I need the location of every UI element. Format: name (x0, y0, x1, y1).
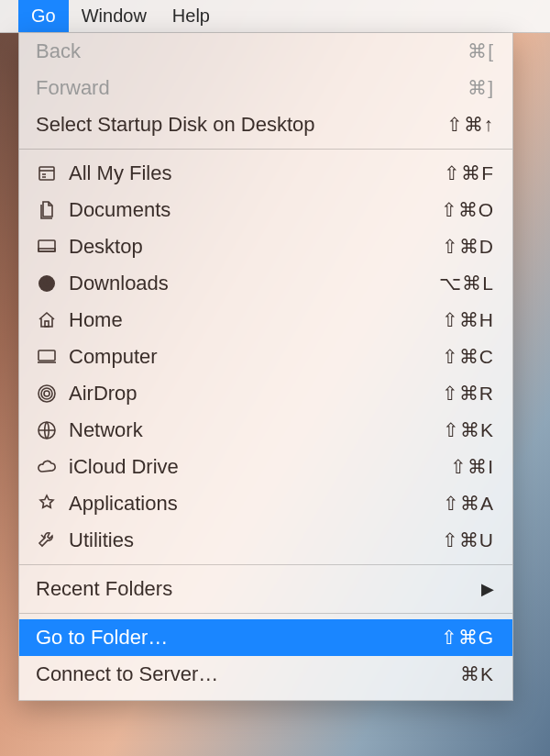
label: Computer (69, 345, 412, 369)
computer-icon (36, 346, 69, 368)
shortcut: ⇧⌘G (412, 627, 494, 649)
label: iCloud Drive (69, 455, 412, 479)
applications-icon (36, 493, 69, 515)
shortcut: ⇧⌘H (412, 309, 494, 331)
menu-item-icloud-drive[interactable]: iCloud Drive ⇧⌘I (19, 449, 512, 485)
shortcut: ⌘] (412, 77, 494, 99)
menu-item-downloads[interactable]: Downloads ⌥⌘L (19, 265, 512, 302)
desktop-icon (36, 236, 69, 258)
shortcut: ⇧⌘R (412, 383, 494, 405)
all-my-files-icon (36, 162, 69, 184)
label: AirDrop (69, 382, 412, 406)
menu-item-all-my-files[interactable]: All My Files ⇧⌘F (19, 155, 512, 192)
menu-item-documents[interactable]: Documents ⇧⌘O (19, 192, 512, 228)
label: All My Files (69, 161, 412, 185)
label: Desktop (69, 235, 412, 259)
icloud-icon (36, 456, 69, 478)
label: Applications (69, 492, 412, 516)
menu-item-connect-to-server[interactable]: Connect to Server… ⌘K (19, 656, 512, 693)
menu-item-network[interactable]: Network ⇧⌘K (19, 412, 512, 449)
network-icon (36, 419, 69, 441)
svg-rect-2 (38, 249, 55, 251)
home-icon (36, 309, 69, 331)
menu-item-select-startup-disk[interactable]: Select Startup Disk on Desktop ⇧⌘↑ (19, 106, 512, 143)
menu-item-desktop[interactable]: Desktop ⇧⌘D (19, 228, 512, 265)
label: Go to Folder… (36, 626, 412, 650)
svg-point-7 (41, 388, 52, 399)
menu-window[interactable]: Window (69, 0, 160, 32)
shortcut: ⇧⌘D (412, 236, 494, 258)
shortcut: ⇧⌘U (412, 529, 494, 551)
shortcut: ⇧⌘C (412, 346, 494, 368)
menu-item-airdrop[interactable]: AirDrop ⇧⌘R (19, 375, 512, 412)
shortcut: ⇧⌘A (412, 493, 494, 515)
menu-item-utilities[interactable]: Utilities ⇧⌘U (19, 522, 512, 559)
go-menu-dropdown: Back ⌘[ Forward ⌘] Select Startup Disk o… (18, 33, 513, 701)
menu-item-applications[interactable]: Applications ⇧⌘A (19, 485, 512, 522)
label: Downloads (69, 272, 412, 295)
label: Forward (36, 76, 412, 100)
label: Connect to Server… (36, 662, 412, 686)
svg-point-6 (44, 391, 50, 396)
separator (19, 613, 512, 614)
svg-rect-5 (38, 350, 55, 361)
menu-item-forward: Forward ⌘] (19, 70, 512, 106)
shortcut: ⌘K (412, 663, 494, 685)
label: Recent Folders (36, 577, 481, 601)
label: Documents (69, 198, 412, 222)
documents-icon (36, 199, 69, 221)
shortcut: ⇧⌘↑ (412, 114, 494, 136)
menubar: Go Window Help (0, 0, 550, 33)
label: Select Startup Disk on Desktop (36, 113, 412, 137)
shortcut: ⇧⌘F (412, 162, 494, 184)
menu-go[interactable]: Go (18, 0, 69, 32)
shortcut: ⇧⌘K (412, 419, 494, 441)
label: Home (69, 308, 412, 332)
svg-rect-0 (39, 167, 54, 180)
label: Back (36, 39, 412, 63)
utilities-icon (36, 529, 69, 551)
separator (19, 149, 512, 150)
separator (19, 564, 512, 565)
shortcut: ⌘[ (412, 40, 494, 62)
downloads-icon (36, 272, 69, 295)
shortcut: ⇧⌘I (412, 456, 494, 478)
menu-help[interactable]: Help (160, 0, 223, 32)
shortcut: ⇧⌘O (412, 199, 494, 221)
label: Utilities (69, 528, 412, 552)
svg-rect-1 (38, 240, 55, 251)
airdrop-icon (36, 383, 69, 405)
svg-rect-4 (45, 321, 49, 327)
shortcut: ⌥⌘L (412, 272, 494, 295)
menu-item-go-to-folder[interactable]: Go to Folder… ⇧⌘G (19, 619, 512, 656)
menu-item-computer[interactable]: Computer ⇧⌘C (19, 339, 512, 375)
submenu-arrow-icon: ▶ (481, 579, 494, 599)
menu-item-recent-folders[interactable]: Recent Folders ▶ (19, 571, 512, 607)
menu-item-home[interactable]: Home ⇧⌘H (19, 302, 512, 339)
label: Network (69, 418, 412, 442)
menu-item-back: Back ⌘[ (19, 33, 512, 70)
